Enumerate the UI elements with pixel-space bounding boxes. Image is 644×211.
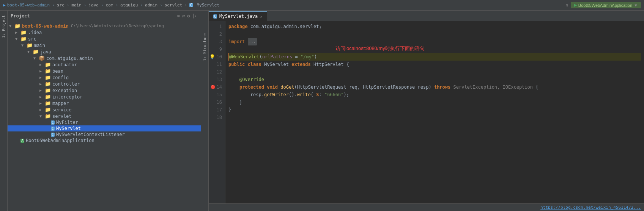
tree-item-idea[interactable]: ▶ 📁 .idea [8,29,201,36]
code-line-14: protected void doGet(HttpServletRequest … [228,83,641,91]
breadcrumb-atguigu[interactable]: atguigu [120,3,138,8]
tree-item-bean[interactable]: ▶ 📁 bean [8,68,201,74]
code-line-16: } [228,98,641,106]
breadcrumb-com[interactable]: com [106,3,113,8]
tree-item-src[interactable]: ▼ 📁 src [8,36,201,42]
class-icon: C [189,3,193,7]
tree-item-config[interactable]: ▶ 📁 config [8,74,201,81]
dropdown-icon: ▼ [634,3,638,8]
app-icon-application: A [20,139,24,143]
item-label-config: config [52,75,69,80]
item-label-myfilter: MyFilter [56,120,78,125]
code-line-13: @Override [228,76,641,83]
sidebar-strip-structure[interactable]: 7: Structure [201,11,209,211]
breadcrumb-java[interactable]: java [88,3,99,8]
code-line-9 [228,45,641,53]
add-icon[interactable]: ⊕ [177,13,180,19]
code-line-17: } [228,106,641,114]
item-label-main: main [34,43,45,48]
item-label-interceptor: interceptor [52,94,82,100]
breadcrumb-admin[interactable]: admin [145,3,157,8]
tree-arrow-acutuator: ▶ [39,63,44,67]
title-bar-right: ⇅ ▶ Boot05WebAdminApplication ▼ [566,2,641,8]
project-header-icons: ⊕ ⇄ ⚙ |← [177,13,198,19]
code-line-3: import ... [228,38,641,45]
folder-icon-package: 📦 [39,55,45,61]
csdn-link[interactable]: https://blog.csdn.net/weixin_45611472... [540,205,641,210]
code-line-10: @WebServlet(urlPatterns = "/my") 访问local… [228,53,641,61]
root-path: C:\Users\Administrator\Desktop\spring [71,23,164,28]
folder-icon-interceptor: 📁 [45,94,51,100]
tree-arrow-mapper: ▶ [39,101,44,105]
folder-icon-main: 📁 [27,42,33,48]
tree-arrow-service: ▶ [39,108,44,112]
breadcrumb-project[interactable]: boot-05-web-admin [7,3,50,8]
class-icon-myservlet: C [51,127,55,131]
run-button[interactable]: ▶ Boot05WebAdminApplication ▼ [571,2,641,8]
tree-item-myservlet[interactable]: ▶ C MyServlet [8,125,201,131]
tree-item-mylistener[interactable]: ▶ C MySwervletContextListener [8,131,201,138]
code-line-18 [228,114,641,121]
item-label-idea: .idea [28,30,42,35]
settings-icon[interactable]: ⚙ [187,13,190,19]
item-label-exception: exception [52,88,77,93]
code-line-12 [228,68,641,76]
project-panel-title: Project [11,13,174,19]
tree-item-java[interactable]: ▼ 📁 java [8,48,201,55]
project-header: Project ⊕ ⇄ ⚙ |← [8,11,201,21]
main-layout: 1: Project Project ⊕ ⇄ ⚙ |← ▼ 📁 boot-05-… [0,11,644,211]
folder-icon-idea: 📁 [20,30,27,35]
tree-item-main[interactable]: ▼ 📁 main [8,42,201,48]
sync-icon[interactable]: ⇄ [182,13,185,19]
tree-item-package[interactable]: ▼ 📦 com.atguigu.admin [8,55,201,61]
expand-icon[interactable]: |← [192,13,198,19]
folder-icon-exception: 📁 [45,88,51,93]
item-label-application: Boot05WebAdminApplication [26,138,94,143]
tree-arrow: ▼ [9,24,14,28]
item-label-java: java [40,49,51,55]
folder-icon-controller: 📁 [45,81,51,87]
item-label-package: com.atguigu.admin [46,56,93,61]
breadcrumb-servlet[interactable]: servlet [165,3,182,8]
tree-root[interactable]: ▼ 📁 boot-05-web-admin C:\Users\Administr… [8,23,201,29]
item-label-bean: bean [52,69,63,74]
sidebar-strip-project[interactable]: 1: Project [0,11,8,211]
tree-item-service[interactable]: ▶ 📁 service [8,106,201,113]
code-line-1: package com.atguigu.admin.servlet; [228,23,641,30]
tree-item-controller[interactable]: ▶ 📁 controller [8,81,201,87]
folder-icon-bean: 📁 [45,68,51,74]
tree-arrow-interceptor: ▶ [39,95,44,99]
lightbulb-icon[interactable]: 💡 [209,53,215,61]
sidebar-label-project: 1: Project [2,15,6,38]
folder-icon-mapper: 📁 [45,100,51,106]
tree-item-application[interactable]: ▶ A Boot05WebAdminApplication [8,138,201,144]
tree-item-servlet[interactable]: ▼ 📁 servlet [8,113,201,119]
tree-item-mapper[interactable]: ▶ 📁 mapper [8,100,201,106]
tree-item-exception[interactable]: ▶ 📁 exception [8,87,201,94]
breadcrumb-src[interactable]: src [57,3,65,8]
tree-item-myfilter[interactable]: ▶ C MyFilter [8,119,201,125]
tree-arrow-java: ▼ [27,50,32,54]
tab-close-button[interactable]: ✕ [260,14,262,19]
tree-arrow-bean: ▶ [39,69,44,73]
code-content[interactable]: package com.atguigu.admin.servlet; impor… [225,21,644,203]
breadcrumb-main[interactable]: main [71,3,82,8]
tree-arrow-package: ▼ [33,56,38,60]
tab-myservlet[interactable]: C MyServlet.java ✕ [209,11,267,21]
breakpoint-icon[interactable]: 🔴 [211,83,215,91]
tree-arrow-main: ▼ [21,43,26,47]
item-label-controller: controller [52,81,80,87]
tab-class-icon: C [213,14,217,19]
tree-item-interceptor[interactable]: ▶ 📁 interceptor [8,94,201,100]
item-label-acutuator: acutuator [52,62,77,67]
project-tree: ▼ 📁 boot-05-web-admin C:\Users\Administr… [8,21,201,211]
class-icon-myfilter: C [51,120,55,125]
code-line-2 [228,30,641,38]
folder-icon-src: 📁 [20,36,27,42]
project-panel: Project ⊕ ⇄ ⚙ |← ▼ 📁 boot-05-web-admin C… [8,11,201,211]
folder-icon: 📁 [14,23,20,29]
tree-item-acutuator[interactable]: ▶ 📁 acutuator [8,61,201,68]
breadcrumb-class: C MyServlet [189,3,219,8]
folder-icon-acutuator: 📁 [45,62,51,67]
folder-icon-java: 📁 [33,49,39,55]
